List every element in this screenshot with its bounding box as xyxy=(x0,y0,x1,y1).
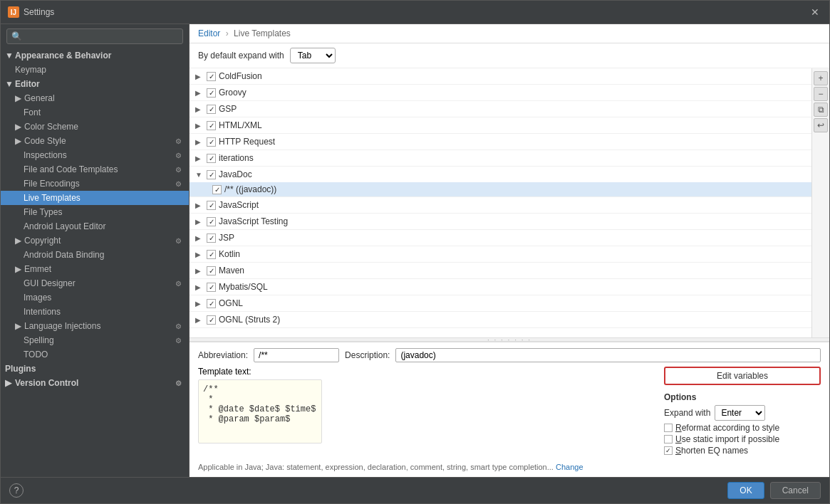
group-name: iterations xyxy=(219,153,254,163)
gear-icon: ⚙ xyxy=(175,137,182,145)
template-group-groovy: ▶ Groovy xyxy=(190,85,811,101)
edit-variables-button[interactable]: Edit variables xyxy=(664,367,821,385)
arrow-icon: ▶ xyxy=(15,236,21,246)
sidebar-item-inspections[interactable]: Inspections ⚙ xyxy=(1,148,189,162)
close-button[interactable]: ✕ xyxy=(808,5,822,19)
editor-panel: Abbreviation: Description: Template text… xyxy=(190,342,829,477)
sidebar-item-emmet[interactable]: ▶ Emmet xyxy=(1,262,189,276)
expand-with-select[interactable]: Enter xyxy=(715,405,765,421)
sidebar-item-keymap[interactable]: Keymap xyxy=(1,63,189,77)
static-import-checkbox[interactable] xyxy=(664,435,673,443)
sidebar-item-editor[interactable]: ▼ Editor xyxy=(1,77,189,91)
sidebar-item-label: Android Data Binding xyxy=(24,250,104,260)
template-group-header[interactable]: ▶ ColdFusion xyxy=(190,68,811,84)
template-group-javascript: ▶ JavaScript xyxy=(190,197,811,214)
template-item-javadoc[interactable]: /** ((javadoc)) xyxy=(190,182,811,196)
template-group-ognl-struts: ▶ OGNL (Struts 2) xyxy=(190,312,811,328)
group-checkbox[interactable] xyxy=(207,201,216,210)
abbreviation-input[interactable] xyxy=(254,348,339,362)
search-box[interactable]: 🔍 xyxy=(6,28,183,44)
search-input[interactable] xyxy=(25,31,178,41)
sidebar-item-color-scheme[interactable]: ▶ Color Scheme xyxy=(1,120,189,134)
group-checkbox[interactable] xyxy=(207,299,216,308)
template-group-header[interactable]: ▶ JavaScript Testing xyxy=(190,214,811,229)
sidebar-item-label: Plugins xyxy=(5,364,36,374)
dialog-title: Settings xyxy=(24,7,54,17)
gear-icon: ⚙ xyxy=(175,379,182,387)
sidebar-item-version-control[interactable]: ▶ Version Control ⚙ xyxy=(1,376,189,390)
shorten-eq-checkbox[interactable] xyxy=(664,446,673,455)
template-group-header[interactable]: ▶ Kotlin xyxy=(190,246,811,262)
group-checkbox[interactable] xyxy=(207,88,216,98)
sidebar-item-file-code-templates[interactable]: File and Code Templates ⚙ xyxy=(1,162,189,177)
template-group-header[interactable]: ▶ OGNL (Struts 2) xyxy=(190,312,811,327)
template-group-header[interactable]: ▶ Mybatis/SQL xyxy=(190,279,811,295)
sidebar-item-label: Font xyxy=(24,107,41,117)
group-name: OGNL (Struts 2) xyxy=(219,315,280,325)
reformat-checkbox[interactable] xyxy=(664,424,673,432)
sidebar-item-todo[interactable]: TODO xyxy=(1,347,189,362)
sidebar-item-general[interactable]: ▶ General xyxy=(1,91,189,105)
breadcrumb-parent[interactable]: Editor xyxy=(198,28,220,38)
group-checkbox[interactable] xyxy=(207,121,216,130)
group-checkbox[interactable] xyxy=(207,283,216,292)
gear-icon: ⚙ xyxy=(175,237,182,245)
template-group-header[interactable]: ▶ Maven xyxy=(190,263,811,278)
sidebar-item-label: Android Layout Editor xyxy=(24,221,105,231)
template-text-container: Template text: /** * * @date $date$ $tim… xyxy=(198,367,658,460)
template-group-header[interactable]: ▶ JavaScript xyxy=(190,197,811,213)
template-group-header[interactable]: ▶ OGNL xyxy=(190,295,811,311)
expand-select[interactable]: Tab xyxy=(290,48,336,63)
cancel-button[interactable]: Cancel xyxy=(770,482,821,499)
template-group-header[interactable]: ▶ JSP xyxy=(190,230,811,246)
arrow-icon: ▶ xyxy=(15,321,21,331)
group-checkbox[interactable] xyxy=(207,315,216,325)
group-checkbox[interactable] xyxy=(207,105,216,114)
sidebar-item-intentions[interactable]: Intentions xyxy=(1,305,189,319)
group-checkbox[interactable] xyxy=(207,137,216,147)
ok-button[interactable]: OK xyxy=(727,482,764,499)
sidebar-item-label: Spelling xyxy=(24,335,54,345)
template-group-header[interactable]: ▶ HTTP Request xyxy=(190,134,811,149)
sidebar-item-copyright[interactable]: ▶ Copyright ⚙ xyxy=(1,233,189,248)
help-button[interactable]: ? xyxy=(9,483,24,498)
group-name: JavaScript Testing xyxy=(219,216,288,226)
group-checkbox[interactable] xyxy=(207,266,216,275)
group-checkbox[interactable] xyxy=(207,170,216,179)
group-checkbox[interactable] xyxy=(207,250,216,259)
sidebar-item-plugins[interactable]: Plugins xyxy=(1,362,189,376)
add-button[interactable]: + xyxy=(814,71,828,85)
template-group-header[interactable]: ▶ iterations xyxy=(190,150,811,166)
sidebar-item-android-layout-editor[interactable]: Android Layout Editor xyxy=(1,219,189,233)
sidebar-item-images[interactable]: Images xyxy=(1,290,189,305)
template-group-header[interactable]: ▼ JavaDoc xyxy=(190,167,811,182)
template-textarea[interactable]: /** * * @date $date$ $time$ * @param $pa… xyxy=(198,379,322,443)
group-checkbox[interactable] xyxy=(207,233,216,243)
revert-button[interactable]: ↩ xyxy=(814,118,828,132)
group-checkbox[interactable] xyxy=(207,217,216,226)
remove-button[interactable]: − xyxy=(814,87,828,101)
sidebar-item-language-injections[interactable]: ▶ Language Injections ⚙ xyxy=(1,319,189,333)
sidebar-item-font[interactable]: Font xyxy=(1,105,189,120)
template-group-header[interactable]: ▶ HTML/XML xyxy=(190,117,811,133)
template-group-header[interactable]: ▶ Groovy xyxy=(190,85,811,100)
expand-arrow-icon: ▶ xyxy=(195,138,204,146)
item-checkbox[interactable] xyxy=(212,185,222,194)
group-checkbox[interactable] xyxy=(207,72,216,81)
sidebar-item-label: Inspections xyxy=(24,150,67,160)
template-group-header[interactable]: ▶ GSP xyxy=(190,101,811,117)
description-input[interactable] xyxy=(395,348,821,362)
applicable-change-link[interactable]: Change xyxy=(556,463,583,471)
sidebar-item-live-templates[interactable]: Live Templates xyxy=(1,191,189,205)
group-checkbox[interactable] xyxy=(207,154,216,163)
sidebar-item-code-style[interactable]: ▶ Code Style ⚙ xyxy=(1,134,189,148)
sidebar-item-file-encodings[interactable]: File Encodings ⚙ xyxy=(1,177,189,191)
sidebar-item-label: Editor xyxy=(15,79,40,89)
sidebar-item-spelling[interactable]: Spelling ⚙ xyxy=(1,333,189,347)
group-name: Groovy xyxy=(219,88,247,98)
sidebar-item-android-data-binding[interactable]: Android Data Binding xyxy=(1,248,189,262)
sidebar-item-file-types[interactable]: File Types xyxy=(1,205,189,219)
copy-button[interactable]: ⧉ xyxy=(814,103,828,117)
sidebar-item-gui-designer[interactable]: GUI Designer ⚙ xyxy=(1,276,189,290)
sidebar-item-appearance[interactable]: ▼ Appearance & Behavior xyxy=(1,48,189,63)
